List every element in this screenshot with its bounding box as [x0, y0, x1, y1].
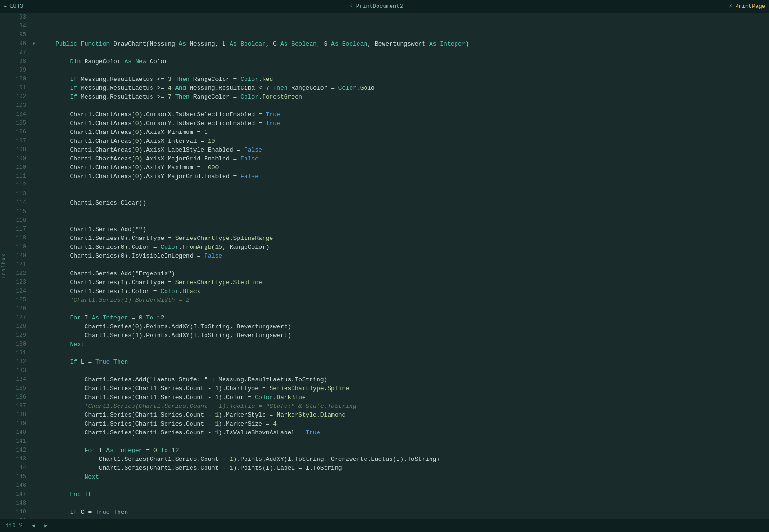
- collapse-placeholder: [31, 322, 37, 331]
- line-content: If Messung.ResultLaetus <= 3 Then RangeC…: [37, 75, 769, 84]
- line-content: Chart1.ChartAreas(0).AxisX.Interval = 10: [37, 137, 769, 146]
- table-row: 136 Chart1.Series(Chart1.Series.Count - …: [8, 393, 769, 402]
- scroll-left-icon[interactable]: ◀: [32, 522, 35, 529]
- line-content: [37, 366, 769, 375]
- table-row: 119 Chart1.Series(0).Color = Color.FromA…: [8, 243, 769, 252]
- table-row: 148: [8, 499, 769, 508]
- line-content: Chart1.Series.Add("Ciba Stufe: " + Messu…: [37, 517, 769, 519]
- table-row: 113: [8, 190, 769, 199]
- line-content: Chart1.Series(Chart1.Series.Count - 1).C…: [37, 384, 769, 393]
- line-content: If L = True Then: [37, 358, 769, 366]
- line-content: [37, 349, 769, 358]
- line-number: 132: [8, 358, 31, 366]
- collapse-placeholder: [31, 146, 37, 154]
- table-row: 142 For I As Integer = 0 To 12: [8, 446, 769, 455]
- table-row: 122 Chart1.Series.Add("Ergebnis"): [8, 269, 769, 278]
- table-row: 111 Chart1.ChartAreas(0).AxisY.MajorGrid…: [8, 172, 769, 181]
- line-content: Chart1.ChartAreas(0).CursorX.IsUserSelec…: [37, 110, 769, 119]
- status-bar: 110 % ◀ ▶: [0, 519, 769, 532]
- table-row: 138 Chart1.Series(Chart1.Series.Count - …: [8, 411, 769, 419]
- document-icon: ⚡: [349, 3, 352, 10]
- collapse-placeholder: [31, 172, 37, 181]
- line-content: Chart1.ChartAreas(0).AxisY.Maximum = 100…: [37, 163, 769, 172]
- line-content: Chart1.ChartAreas(0).AxisX.MajorGrid.Ena…: [37, 154, 769, 163]
- line-content: Chart1.Series(Chart1.Series.Count - 1).C…: [37, 393, 769, 402]
- line-content: [37, 216, 769, 225]
- line-content: Chart1.Series(Chart1.Series.Count - 1).I…: [37, 428, 769, 437]
- line-number: 116: [8, 216, 31, 225]
- collapse-placeholder: [31, 66, 37, 75]
- line-content: Chart1.Series(1).Points.AddXY(I.ToString…: [37, 331, 769, 340]
- line-number: 129: [8, 331, 31, 340]
- table-row: 115: [8, 207, 769, 216]
- line-number: 111: [8, 172, 31, 181]
- gutter-label: Toolbox: [1, 253, 7, 279]
- line-content: Chart1.Series(0).Points.AddXY(I.ToString…: [37, 322, 769, 331]
- line-number: 117: [8, 225, 31, 234]
- table-row: 107 Chart1.ChartAreas(0).AxisX.Interval …: [8, 137, 769, 146]
- table-row: 123 Chart1.Series(1).ChartType = SeriesC…: [8, 278, 769, 287]
- line-content: [37, 260, 769, 269]
- line-content: [37, 101, 769, 110]
- collapse-placeholder: [31, 22, 37, 31]
- line-content: If Messung.ResultLaetus >= 4 And Messung…: [37, 84, 769, 93]
- collapse-placeholder: [31, 411, 37, 419]
- line-content: Dim RangeColor As New Color: [37, 57, 769, 66]
- collapse-placeholder: [31, 287, 37, 296]
- code-view[interactable]: 93 94 95 96▼ Public Function DrawChart(M…: [8, 13, 769, 519]
- collapse-placeholder: [31, 313, 37, 322]
- line-content: For I As Integer = 0 To 12: [37, 313, 769, 322]
- collapse-placeholder: [31, 349, 37, 358]
- line-number: 131: [8, 349, 31, 358]
- line-number: 105: [8, 119, 31, 128]
- collapse-placeholder: [31, 93, 37, 101]
- table-row: 135 Chart1.Series(Chart1.Series.Count - …: [8, 384, 769, 393]
- line-content: Chart1.Series(0).IsVisibleInLegend = Fal…: [37, 252, 769, 260]
- collapse-placeholder: [31, 508, 37, 517]
- collapse-placeholder: [31, 225, 37, 234]
- line-number: 107: [8, 137, 31, 146]
- collapse-placeholder: [31, 464, 37, 472]
- table-row: 106 Chart1.ChartAreas(0).AxisX.Minimum =…: [8, 128, 769, 137]
- line-number: 135: [8, 384, 31, 393]
- line-number: 96: [8, 40, 31, 48]
- page-name: PrintPage: [735, 3, 765, 10]
- collapse-placeholder: [31, 234, 37, 243]
- table-row: 127 For I As Integer = 0 To 12: [8, 313, 769, 322]
- collapse-button[interactable]: ▼: [31, 40, 37, 48]
- line-content: Chart1.ChartAreas(0).AxisX.LabelStyle.En…: [37, 146, 769, 154]
- line-number: 134: [8, 375, 31, 384]
- line-number: 101: [8, 84, 31, 93]
- line-number: 142: [8, 446, 31, 455]
- line-number: 114: [8, 199, 31, 207]
- collapse-placeholder: [31, 331, 37, 340]
- line-content: [37, 481, 769, 490]
- collapse-placeholder: [31, 472, 37, 481]
- scroll-right-icon[interactable]: ▶: [44, 522, 47, 529]
- table-row: 103: [8, 101, 769, 110]
- line-number: 99: [8, 66, 31, 75]
- table-row: 108 Chart1.ChartAreas(0).AxisX.LabelStyl…: [8, 146, 769, 154]
- line-content: [37, 22, 769, 31]
- collapse-placeholder: [31, 84, 37, 93]
- table-row: 143 Chart1.Series(Chart1.Series.Count - …: [8, 455, 769, 464]
- line-number: 140: [8, 428, 31, 437]
- collapse-placeholder: [31, 402, 37, 411]
- line-number: 120: [8, 252, 31, 260]
- collapse-placeholder: [31, 128, 37, 137]
- collapse-placeholder: [31, 137, 37, 146]
- editor-container: Toolbox 93 94 95 96▼ Public Function Dra…: [0, 13, 769, 519]
- table-row: 101 If Messung.ResultLaetus >= 4 And Mes…: [8, 84, 769, 93]
- line-number: 125: [8, 296, 31, 305]
- collapse-placeholder: [31, 31, 37, 40]
- collapse-placeholder: [31, 216, 37, 225]
- table-row: 96▼ Public Function DrawChart(Messung As…: [8, 40, 769, 48]
- line-number: 97: [8, 48, 31, 57]
- line-content: Chart1.Series(Chart1.Series.Count - 1).M…: [37, 411, 769, 419]
- collapse-placeholder: [31, 278, 37, 287]
- collapse-placeholder: [31, 499, 37, 508]
- line-content: Chart1.Series(Chart1.Series.Count - 1).P…: [37, 464, 769, 472]
- lut3-label: LUT3: [10, 3, 23, 10]
- line-content: Next: [37, 340, 769, 349]
- title-bar-center: ⚡ PrintDocument2: [349, 3, 403, 10]
